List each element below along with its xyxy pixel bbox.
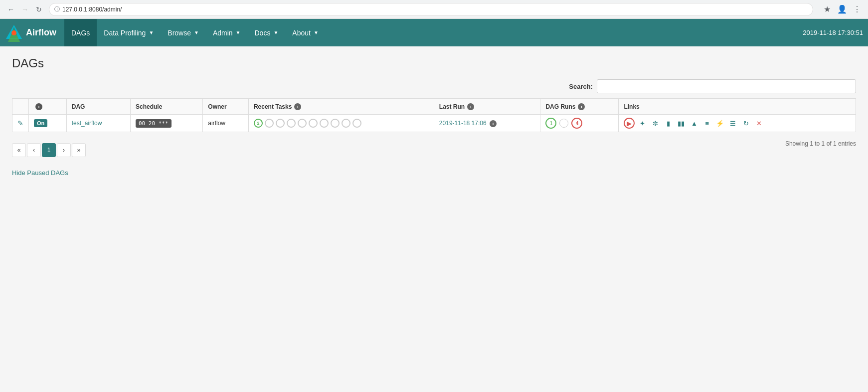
last-page-button[interactable]: » — [72, 143, 86, 157]
task-circle-2 — [276, 119, 285, 128]
graph-view-icon[interactable]: ✼ — [650, 118, 661, 129]
dag-runs-info-icon[interactable]: i — [578, 103, 585, 110]
nav-about-label: About — [292, 29, 311, 37]
nav-admin[interactable]: Admin ▼ — [206, 19, 248, 46]
dag-toggle-button[interactable]: On — [34, 119, 47, 127]
col-schedule: Schedule — [130, 99, 202, 115]
last-run-link[interactable]: 2019-11-18 17:06 — [439, 120, 487, 127]
back-button[interactable]: ← — [5, 3, 17, 15]
gantt-icon[interactable]: ▮▮ — [676, 118, 687, 129]
page-title: DAGs — [12, 56, 856, 70]
col-info: i — [29, 99, 67, 115]
profile-button[interactable]: 👤 — [836, 3, 848, 15]
duration-chart-icon[interactable]: ▮ — [663, 118, 674, 129]
nav-admin-caret: ▼ — [236, 30, 241, 35]
row-recent-tasks-cell: 2 — [248, 115, 434, 132]
delete-dag-icon[interactable]: ✕ — [753, 118, 764, 129]
refresh-button[interactable]: ↻ — [33, 3, 45, 15]
row-owner-cell: airflow — [203, 115, 249, 132]
dag-table: i DAG Schedule Owner Recent Tasks i Last… — [12, 98, 856, 132]
task-circle-6 — [320, 119, 329, 128]
col-recent-tasks: Recent Tasks i — [248, 99, 434, 115]
nav-docs[interactable]: Docs ▼ — [247, 19, 285, 46]
browser-actions: ★ 👤 ⋮ — [821, 3, 863, 15]
recent-tasks-info-icon[interactable]: i — [294, 103, 301, 110]
first-page-button[interactable]: « — [12, 143, 26, 157]
tries-icon[interactable]: ≡ — [701, 118, 712, 129]
nav-browse-label: Browse — [168, 29, 191, 37]
nav-items: DAGs Data Profiling ▼ Browse ▼ Admin ▼ D… — [64, 19, 803, 46]
row-dag-runs-cell: 1 4 — [540, 115, 619, 132]
row-edit-icon[interactable]: ✎ — [17, 119, 23, 127]
dag-run-failed: 4 — [571, 118, 582, 129]
schedule-badge: 00 20 *** — [136, 119, 172, 128]
nav-about[interactable]: About ▼ — [285, 19, 326, 46]
bookmark-button[interactable]: ★ — [821, 3, 833, 15]
refresh-dag-icon[interactable]: ↻ — [740, 118, 751, 129]
pagination-info: Showing 1 to 1 of 1 entries — [785, 140, 856, 147]
browser-nav-buttons: ← → ↻ — [5, 3, 45, 15]
table-row: ✎ On test_airflow 00 20 *** airflow — [12, 115, 856, 132]
airflow-logo-icon — [5, 24, 23, 42]
navbar-timestamp: 2019-11-18 17:30:51 — [803, 29, 863, 36]
hide-paused-link[interactable]: Hide Paused DAGs — [12, 169, 68, 177]
col-last-run: Last Run i — [434, 99, 540, 115]
last-run-info-icon[interactable]: i — [467, 103, 474, 110]
search-label: Search: — [569, 83, 593, 90]
landing-times-icon[interactable]: ▲ — [689, 118, 699, 129]
task-circles: 2 — [254, 119, 429, 128]
next-page-button[interactable]: › — [57, 143, 71, 157]
nav-about-caret: ▼ — [314, 30, 319, 35]
browser-chrome: ← → ↻ ⓘ 127.0.0.1:8080/admin/ ★ 👤 ⋮ — [0, 0, 868, 19]
info-col-icon[interactable]: i — [35, 103, 42, 110]
task-circle-7 — [331, 119, 340, 128]
task-circle-9 — [352, 119, 361, 128]
row-last-run-cell: 2019-11-18 17:06 i — [434, 115, 540, 132]
last-run-info-icon2[interactable]: i — [490, 120, 497, 127]
row-links-cell: ▶ ✦ ✼ ▮ ▮▮ ▲ ≡ ⚡ ☰ ↻ ✕ — [619, 115, 856, 132]
dag-run-empty — [559, 119, 568, 128]
nav-dags-label: DAGs — [71, 29, 90, 37]
owner-value: airflow — [208, 120, 225, 127]
task-circle-4 — [298, 119, 307, 128]
brand-label: Airflow — [26, 27, 56, 38]
address-bar[interactable]: ⓘ 127.0.0.1:8080/admin/ — [49, 3, 813, 16]
row-edit-cell: ✎ — [12, 115, 29, 132]
code-icon[interactable]: ⚡ — [714, 118, 725, 129]
task-circle-8 — [342, 119, 350, 128]
nav-admin-label: Admin — [213, 29, 233, 37]
trigger-dag-icon[interactable]: ▶ — [624, 118, 635, 129]
menu-button[interactable]: ⋮ — [851, 3, 863, 15]
nav-data-profiling-caret: ▼ — [149, 30, 154, 35]
task-circle-success: 2 — [254, 119, 263, 128]
col-dag-runs: DAG Runs i — [540, 99, 619, 115]
forward-button[interactable]: → — [19, 3, 31, 15]
row-schedule-cell: 00 20 *** — [130, 115, 202, 132]
tree-view-icon[interactable]: ✦ — [637, 118, 648, 129]
dag-run-success: 1 — [545, 118, 556, 129]
links-icons: ▶ ✦ ✼ ▮ ▮▮ ▲ ≡ ⚡ ☰ ↻ ✕ — [624, 118, 851, 129]
nav-browse[interactable]: Browse ▼ — [161, 19, 206, 46]
nav-data-profiling-label: Data Profiling — [104, 29, 146, 37]
current-page-button[interactable]: 1 — [42, 143, 56, 157]
task-circle-5 — [309, 119, 318, 128]
task-circle-3 — [287, 119, 296, 128]
dag-run-circles: 1 4 — [545, 118, 613, 129]
logs-icon[interactable]: ☰ — [727, 118, 738, 129]
search-input[interactable] — [597, 79, 856, 93]
nav-docs-caret: ▼ — [273, 30, 278, 35]
nav-dags[interactable]: DAGs — [64, 19, 97, 46]
nav-data-profiling[interactable]: Data Profiling ▼ — [97, 19, 161, 46]
navbar-brand[interactable]: Airflow — [5, 24, 56, 42]
prev-page-button[interactable]: ‹ — [27, 143, 41, 157]
nav-browse-caret: ▼ — [194, 30, 199, 35]
main-content: DAGs Search: i DAG Schedule Owner Recent… — [0, 46, 868, 392]
svg-point-3 — [11, 30, 16, 35]
address-url: 127.0.0.1:8080/admin/ — [62, 6, 122, 13]
col-owner: Owner — [203, 99, 249, 115]
row-toggle-cell: On — [29, 115, 67, 132]
pagination: « ‹ 1 › » — [12, 143, 86, 157]
col-select — [12, 99, 29, 115]
dag-name-link[interactable]: test_airflow — [72, 120, 102, 127]
address-lock-icon: ⓘ — [54, 5, 60, 13]
